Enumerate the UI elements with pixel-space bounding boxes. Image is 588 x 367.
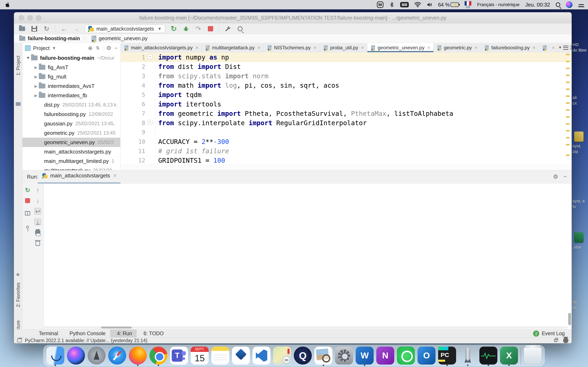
desktop-file-label[interactable]: syst,zip: [572, 143, 588, 154]
search-everywhere-icon[interactable]: [236, 25, 244, 33]
input-source-label[interactable]: Français - numérique: [477, 2, 520, 7]
hide-panel-icon[interactable]: −: [114, 45, 118, 51]
editor-tab[interactable]: main_attackcostvstargets.py ×: [121, 43, 202, 52]
code-line[interactable]: 12 GRIDPOINTS1 = 100: [121, 156, 572, 164]
dock-finder[interactable]: [46, 347, 64, 365]
close-icon[interactable]: ×: [196, 45, 199, 50]
back-icon[interactable]: ←: [60, 25, 68, 33]
stop-button[interactable]: [207, 25, 214, 33]
tool-button-favorites[interactable]: 2: Favorites: [14, 277, 22, 312]
project-panel-title[interactable]: Project: [33, 45, 50, 51]
dock-quicktime[interactable]: Q: [294, 347, 312, 365]
battery-icon[interactable]: ⚡: [450, 2, 459, 7]
macupdater-menu-icon[interactable]: M: [377, 1, 383, 8]
run-with-coverage-icon[interactable]: ↷: [195, 25, 202, 33]
close-icon[interactable]: ×: [552, 45, 555, 50]
chevron-icon[interactable]: ▼: [25, 56, 31, 60]
tree-row[interactable]: failureboosting.py 12/09/2022: [22, 109, 120, 119]
tree-row[interactable]: ▼ failure-boosting-main ~/Docur: [22, 53, 120, 63]
dock-whatsapp[interactable]: [397, 347, 415, 365]
open-folder-icon[interactable]: [18, 25, 26, 33]
dock-safari[interactable]: [108, 347, 126, 365]
editor-tab[interactable]: proba_util.py ×: [320, 43, 367, 52]
menu-clock[interactable]: Jeu. 00:32: [525, 2, 550, 8]
scroll-to-end-icon[interactable]: ↓: [34, 218, 41, 225]
close-icon[interactable]: ×: [113, 173, 116, 179]
horizontal-scrollbar[interactable]: [44, 326, 568, 329]
editor-tab[interactable]: ×: [539, 43, 558, 52]
code-line[interactable]: 11 # grid 1st failure: [121, 146, 572, 156]
run-tab[interactable]: main_attackcostvstargets ×: [42, 173, 117, 179]
dock-system-preferences[interactable]: [335, 347, 353, 365]
down-stack-trace-icon[interactable]: ↓: [34, 197, 41, 204]
clear-output-icon[interactable]: [34, 240, 41, 247]
dock-pycharm[interactable]: PC: [438, 347, 456, 365]
zoom-window-button[interactable]: [36, 15, 41, 21]
tree-row[interactable]: ▶ intermediates_fb: [22, 91, 120, 100]
keyboard-battery-icon[interactable]: [400, 2, 409, 7]
chevron-icon[interactable]: ▶: [33, 93, 39, 98]
wifi-icon[interactable]: [415, 2, 421, 8]
desktop-file-label[interactable]: slrcx: [572, 95, 588, 106]
close-icon[interactable]: ×: [314, 45, 316, 50]
notification-center-icon[interactable]: [578, 2, 584, 7]
forward-icon[interactable]: →: [72, 25, 80, 33]
tool-window-button[interactable]: 4: Run: [110, 329, 137, 338]
editor-tab[interactable]: geometric.py ×: [434, 43, 481, 52]
dock-onenote[interactable]: N: [376, 347, 394, 365]
code-line[interactable]: 4 from math import log, pi, cos, sin, sq…: [121, 81, 572, 90]
dock-outlook[interactable]: O: [417, 347, 435, 365]
debug-button[interactable]: [182, 25, 190, 33]
breadcrumb-project[interactable]: failure-boosting-main: [28, 35, 80, 42]
soft-wrap-icon[interactable]: ↩: [34, 208, 41, 215]
tree-row[interactable]: ▶ intermediates_AvsT: [22, 81, 120, 91]
tool-window-button[interactable]: 6: TODO: [137, 329, 168, 338]
error-stripe[interactable]: [566, 53, 571, 170]
dock-notes[interactable]: [211, 347, 229, 365]
spotlight-icon[interactable]: [556, 2, 560, 7]
chevron-down-icon[interactable]: ▼: [52, 46, 56, 50]
apple-icon[interactable]: [4, 2, 11, 8]
status-message[interactable]: PyCharm 2022.2.1 available: // Update...…: [25, 338, 147, 343]
excel-file-icon[interactable]: [574, 233, 584, 243]
close-icon[interactable]: ×: [361, 45, 364, 50]
minimize-panel-icon[interactable]: −: [563, 173, 567, 180]
code-line[interactable]: 7 from geometric import Ptheta, Pcosthet…: [121, 109, 572, 118]
tree-row[interactable]: ▶ fig_AvsT: [22, 63, 120, 72]
print-icon[interactable]: [34, 229, 41, 236]
run-configuration-select[interactable]: main_attackcostvstargets ▼: [85, 25, 165, 33]
tree-row[interactable]: geometric.py 25/02/2021 13:45: [22, 128, 120, 138]
tree-row[interactable]: gaussian.py 25/02/2021 13:45,: [22, 119, 120, 128]
editor-tab[interactable]: geometric_uneven.py ×: [367, 43, 434, 52]
stacked-windows-icon[interactable]: [17, 339, 22, 342]
chevron-icon[interactable]: ▶: [33, 84, 39, 89]
dock-siri[interactable]: [67, 347, 85, 365]
dock-preview[interactable]: [314, 347, 332, 365]
siri-icon[interactable]: [566, 1, 572, 8]
zip-file-icon[interactable]: [574, 132, 584, 142]
close-icon[interactable]: ×: [258, 45, 260, 50]
dock-chrome[interactable]: [149, 347, 167, 365]
up-stack-trace-icon[interactable]: ↑: [34, 187, 41, 193]
tool-button-project[interactable]: 1: Project: [14, 49, 22, 82]
tool-window-button[interactable]: Terminal: [32, 329, 62, 338]
dock-trash[interactable]: [524, 347, 542, 365]
code-line[interactable]: 1 import numpy as np: [121, 53, 572, 62]
code-line[interactable]: 6 import itertools: [121, 100, 572, 109]
volume-icon[interactable]: [427, 2, 432, 8]
minimize-window-button[interactable]: [27, 15, 33, 21]
dock-calendar[interactable]: SEPT. 15: [191, 347, 209, 365]
pin-tab-icon[interactable]: [24, 224, 31, 231]
dock-maps[interactable]: 3D: [273, 347, 291, 365]
hidden-tabs-dropdown[interactable]: ▼ 3: [558, 43, 572, 52]
rerun-icon[interactable]: ↻: [24, 187, 31, 193]
dock-firefox[interactable]: [129, 347, 147, 365]
collapse-all-icon[interactable]: ⇅: [96, 45, 100, 51]
close-icon[interactable]: ×: [427, 45, 430, 50]
bluetooth-icon[interactable]: [389, 2, 394, 8]
close-window-button[interactable]: [19, 15, 24, 21]
save-all-icon[interactable]: [31, 25, 38, 33]
tree-row[interactable]: ▶ fig_mult: [22, 72, 120, 81]
dock-vscode[interactable]: [252, 347, 270, 365]
tool-window-button[interactable]: Python Console: [62, 329, 110, 338]
